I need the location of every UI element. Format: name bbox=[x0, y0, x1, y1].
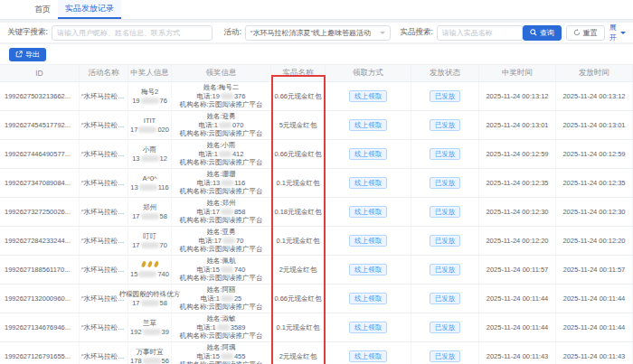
gold-drop-icon bbox=[154, 261, 159, 268]
cell-win-time: 2025-11-24 00:12:30 bbox=[479, 198, 556, 226]
cell-claim-info: 姓名:亚勇 电话:1770 机构名称:云图阅读推广平台 bbox=[172, 227, 271, 255]
table-row: 1992627327250026... “水环马拉松清凉夏”线... 郑州 17… bbox=[0, 198, 633, 227]
redacted-blur bbox=[221, 266, 233, 273]
status-badge: 已发放 bbox=[430, 90, 461, 102]
status-badge: 已发放 bbox=[430, 350, 461, 362]
winner-phone: 15740 bbox=[130, 270, 169, 279]
keyword-search-input[interactable] bbox=[52, 25, 213, 41]
redacted-blur bbox=[139, 184, 157, 191]
cell-win-time: 2025-11-24 00:11:44 bbox=[479, 313, 556, 341]
chevron-down-icon bbox=[620, 32, 626, 37]
expand-button[interactable]: 展开 bbox=[609, 23, 626, 42]
activity-select[interactable]: “水环马拉松清凉夏”线上趣味答题活动 bbox=[245, 25, 392, 41]
winner-phone: 1770 bbox=[132, 241, 167, 250]
claim-method-tag: 线上领取 bbox=[349, 148, 387, 160]
claim-phone: 电话:15740 bbox=[197, 266, 246, 275]
status-badge: 已发放 bbox=[430, 206, 461, 218]
tab-record[interactable]: 实品发放记录 bbox=[58, 0, 121, 19]
cell-activity: “水环马拉松清凉夏”线... bbox=[80, 285, 128, 313]
table-row: 1992627188561170... “水环马拉松清凉夏”线... 15740… bbox=[0, 256, 633, 285]
activity-select-value: “水环马拉松清凉夏”线上趣味答题活动 bbox=[250, 28, 371, 38]
cell-status: 已发放 bbox=[411, 342, 479, 364]
search-icon bbox=[530, 29, 537, 36]
claim-org: 机构名称:云图阅读推广平台 bbox=[179, 303, 262, 312]
claim-name: 姓名:淑敏 bbox=[206, 314, 235, 323]
table-row: 1992627126791655... “水环马拉松清凉夏”线... 万事时宜 … bbox=[0, 342, 633, 364]
cell-id: 1992627503213662... bbox=[0, 82, 80, 110]
header-cell-winner: 中奖人信息 bbox=[128, 65, 172, 81]
winner-name: 郑州 bbox=[143, 203, 156, 212]
app-window: 首页 实品发放记录 关键字搜索: 活动: “水环马拉松清凉夏”线上趣味答题活动 … bbox=[0, 0, 633, 364]
cell-grant-time: 2025-11-24 00:12:35 bbox=[556, 169, 633, 197]
claim-org: 机构名称:云图阅读推广平台 bbox=[179, 187, 262, 196]
prize-search-label: 实品搜索: bbox=[400, 27, 432, 38]
cell-claim-method: 线上领取 bbox=[326, 198, 411, 226]
cell-win-time: 2025-11-24 00:12:59 bbox=[479, 140, 556, 168]
filter-panel: 关键字搜索: 活动: “水环马拉松清凉夏”线上趣味答题活动 实品搜索: 查询 重… bbox=[0, 23, 633, 42]
redacted-blur bbox=[222, 238, 235, 244]
cell-activity: “水环马拉松清凉夏”线... bbox=[80, 198, 128, 226]
tab-home[interactable]: 首页 bbox=[27, 0, 58, 19]
redacted-blur bbox=[221, 209, 233, 215]
cell-prize-name: 2元现金红包 bbox=[271, 342, 326, 364]
claim-method-tag: 线上领取 bbox=[349, 322, 387, 333]
cell-prize-name: 0.1元现金红包 bbox=[271, 313, 326, 341]
cell-claim-method: 线上领取 bbox=[326, 256, 411, 284]
cell-id: 1992627347089084... bbox=[0, 169, 80, 197]
reset-icon bbox=[573, 29, 581, 36]
cell-status: 已发放 bbox=[411, 313, 479, 341]
redacted-blur bbox=[141, 98, 159, 104]
cell-grant-time: 2025-11-24 00:11:44 bbox=[556, 313, 633, 341]
cell-prize-name: 0.66元现金红包 bbox=[271, 82, 326, 110]
claim-name: 姓名:梅号二 bbox=[203, 83, 240, 92]
search-button[interactable]: 查询 bbox=[523, 25, 562, 41]
cell-grant-time: 2025-11-24 00:11:57 bbox=[556, 256, 633, 284]
cell-claim-info: 姓名:阿璃 电话:15455 机构名称:云图阅读推广平台 bbox=[172, 342, 271, 364]
cell-status: 已发放 bbox=[411, 285, 479, 313]
claim-org: 机构名称:云图阅读推广平台 bbox=[179, 331, 262, 341]
prize-search-input[interactable] bbox=[437, 25, 523, 41]
cell-win-time: 2025-11-24 00:13:12 bbox=[479, 82, 556, 110]
cell-winner-info: 15740 bbox=[128, 256, 172, 284]
tab-bar: 首页 实品发放记录 bbox=[0, 0, 633, 20]
cell-prize-name: 5元现金红包 bbox=[271, 111, 326, 139]
table-row: 1992627347089084... “水环马拉松清凉夏”线... A^0^ … bbox=[0, 169, 633, 198]
activity-label: 活动: bbox=[223, 27, 241, 38]
cell-activity: “水环马拉松清凉夏”线... bbox=[80, 169, 128, 197]
redacted-blur bbox=[143, 329, 161, 335]
cell-prize-name: 0.66元现金红包 bbox=[271, 140, 326, 168]
claim-name: 姓名:迎勇 bbox=[206, 112, 235, 121]
cell-grant-time: 2025-11-24 00:12:20 bbox=[556, 227, 633, 255]
cell-status: 已发放 bbox=[411, 256, 479, 284]
header-cell-grant-time: 发放时间 bbox=[556, 65, 633, 81]
cell-grant-time: 2025-11-24 00:12:59 bbox=[556, 140, 633, 168]
cell-id: 1992627284233244... bbox=[0, 227, 80, 255]
table-header: ID 活动名称 中奖人信息 领奖信息 实品名称 领取方式 发放状态 中奖时间 发… bbox=[0, 64, 633, 82]
claim-method-tag: 线上领取 bbox=[349, 119, 387, 131]
cell-grant-time: 2025-11-24 00:11:43 bbox=[556, 342, 633, 364]
cell-grant-time: 2025-11-24 00:12:30 bbox=[556, 198, 633, 226]
cell-win-time: 2025-11-24 00:12:20 bbox=[479, 227, 556, 255]
header-cell-activity: 活动名称 bbox=[80, 65, 128, 81]
cell-claim-method: 线上领取 bbox=[326, 227, 411, 255]
cell-claim-info: 姓名:阿丽 电话:125 机构名称:云图阅读推广平台 bbox=[172, 285, 271, 313]
header-cell-win-time: 中奖时间 bbox=[479, 65, 556, 81]
claim-phone: 电话:1070 bbox=[199, 121, 244, 130]
cell-id: 1992627446490577... bbox=[0, 140, 80, 168]
cell-activity: “水环马拉松清凉夏”线... bbox=[80, 82, 128, 110]
claim-phone: 电话:17858 bbox=[197, 208, 246, 217]
cell-win-time: 2025-11-24 00:11:44 bbox=[479, 285, 556, 313]
export-button[interactable]: 导出 bbox=[9, 48, 46, 61]
redacted-blur bbox=[221, 295, 233, 302]
status-badge: 已发放 bbox=[430, 264, 461, 275]
winner-name: 兰草 bbox=[143, 319, 156, 328]
table-row: 1992627503213662... “水环马拉松清凉夏”线... 梅号2 1… bbox=[0, 82, 633, 111]
cell-claim-info: 姓名:小雨 电话:1412 机构名称:云图阅读推广平台 bbox=[172, 140, 271, 168]
claim-method-tag: 线上领取 bbox=[349, 293, 387, 304]
cell-claim-method: 线上领取 bbox=[326, 313, 411, 341]
claim-phone: 电话:13116 bbox=[197, 179, 245, 188]
gold-drop-icon bbox=[147, 261, 153, 268]
reset-button[interactable]: 重置 bbox=[566, 25, 605, 41]
cell-winner-info: 小雨 1312 bbox=[128, 140, 172, 168]
cell-winner-info: 兰草 19239 bbox=[128, 313, 172, 341]
